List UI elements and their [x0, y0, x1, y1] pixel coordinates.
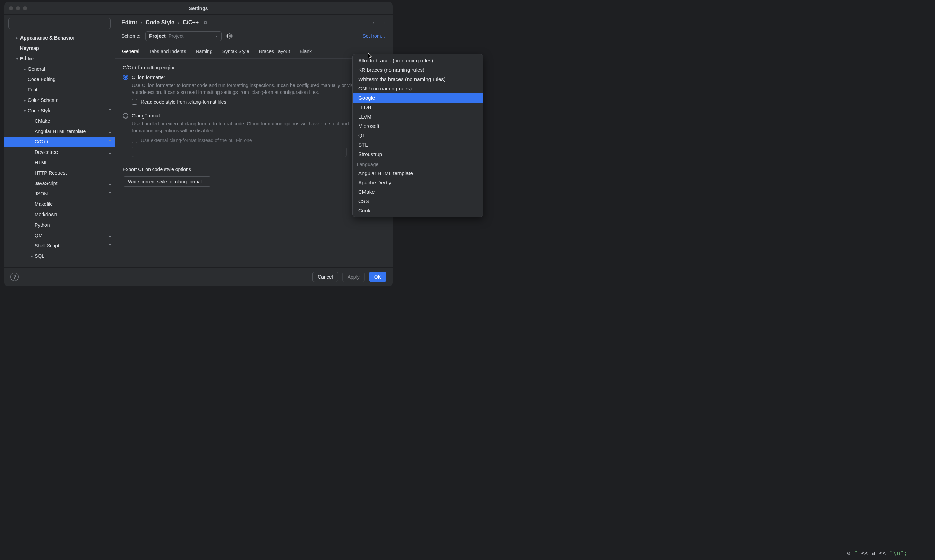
tree-item-markdown[interactable]: Markdown — [4, 209, 115, 220]
scheme-dropdown[interactable]: Project Project ▾ — [145, 31, 222, 41]
help-icon[interactable]: ? — [11, 273, 19, 281]
chevron-right-icon[interactable]: ▸ — [28, 254, 35, 258]
set-from-link[interactable]: Set from... — [363, 33, 386, 39]
settings-main: Editor › Code Style › C/C++ ⧉ ← → Scheme… — [115, 15, 393, 267]
tree-item-label: Font — [28, 87, 111, 92]
tree-item-code-editing[interactable]: Code Editing — [4, 74, 115, 85]
chevron-down-icon[interactable]: ▾ — [14, 57, 20, 61]
scheme-name: Project — [149, 33, 165, 39]
tree-item-keymap[interactable]: Keymap — [4, 43, 115, 53]
popup-item-css[interactable]: CSS — [353, 197, 483, 206]
tree-item-label: Color Scheme — [28, 97, 111, 103]
tree-item-general[interactable]: ▸General — [4, 64, 115, 74]
tree-item-http-request[interactable]: HTTP Request — [4, 168, 115, 178]
export-section-title: Export CLion code style options — [123, 167, 385, 172]
back-icon[interactable]: ← — [372, 20, 376, 25]
chevron-down-icon: ▾ — [216, 34, 218, 38]
svg-point-2 — [229, 35, 231, 37]
tree-item-label: Code Editing — [28, 77, 111, 82]
tree-item-shell-script[interactable]: Shell Script — [4, 240, 115, 251]
write-clang-format-button[interactable]: Write current style to .clang-format... — [123, 176, 211, 187]
popup-item-qt[interactable]: QT — [353, 131, 483, 140]
popup-item-angular-html-template[interactable]: Angular HTML template — [353, 168, 483, 178]
tree-item-label: Appearance & Behavior — [20, 35, 111, 40]
tree-item-editor[interactable]: ▾Editor — [4, 53, 115, 64]
clangformat-radio[interactable] — [123, 113, 128, 118]
tree-item-qml[interactable]: QML — [4, 230, 115, 240]
tree-item-label: Python — [35, 222, 106, 228]
read-clang-format-label: Read code style from .clang-format files — [141, 99, 227, 105]
tree-item-color-scheme[interactable]: ▸Color Scheme — [4, 95, 115, 105]
scheme-sub: Project — [168, 33, 184, 39]
clion-formatter-radio[interactable] — [123, 74, 128, 80]
tab-tabs-and-indents[interactable]: Tabs and Indents — [148, 46, 187, 58]
tree-item-font[interactable]: Font — [4, 85, 115, 95]
set-from-popup: Allman braces (no naming rules)KR braces… — [352, 54, 483, 217]
tree-item-label: Code Style — [28, 108, 106, 113]
tree-item-c-c-[interactable]: C/C++ — [4, 137, 115, 147]
tree-item-label: Makefile — [35, 202, 106, 207]
scheme-badge-icon — [108, 192, 111, 195]
tab-braces-layout[interactable]: Braces Layout — [258, 46, 291, 58]
tree-item-json[interactable]: JSON — [4, 189, 115, 199]
chevron-right-icon[interactable]: ▸ — [22, 98, 28, 102]
tree-item-code-style[interactable]: ▾Code Style — [4, 105, 115, 116]
clion-formatter-desc: Use CLion formatter to format code and r… — [132, 82, 354, 95]
popup-item-stroustrup[interactable]: Stroustrup — [353, 149, 483, 159]
tree-item-cmake[interactable]: CMake — [4, 116, 115, 126]
tree-item-label: Keymap — [20, 45, 111, 51]
chevron-right-icon[interactable]: ▸ — [22, 67, 28, 71]
breadcrumb-item[interactable]: Editor — [121, 19, 137, 26]
popup-item-google[interactable]: Google — [353, 93, 483, 103]
copy-icon[interactable]: ⧉ — [204, 20, 207, 25]
tree-item-javascript[interactable]: JavaScript — [4, 178, 115, 189]
popup-item-whitesmiths-braces-no-naming-rules-[interactable]: Whitesmiths braces (no naming rules) — [353, 74, 483, 84]
tree-item-html[interactable]: HTML — [4, 157, 115, 168]
chevron-right-icon: › — [178, 20, 179, 25]
popup-item-apache-derby[interactable]: Apache Derby — [353, 178, 483, 187]
tab-blank[interactable]: Blank — [299, 46, 312, 58]
scheme-badge-icon — [108, 244, 111, 247]
tree-item-label: SQL — [35, 253, 106, 259]
chevron-right-icon[interactable]: ▸ — [14, 36, 20, 40]
tree-item-makefile[interactable]: Makefile — [4, 199, 115, 209]
scheme-badge-icon — [108, 109, 111, 112]
breadcrumb-item[interactable]: Code Style — [146, 19, 174, 26]
settings-search-input[interactable] — [8, 18, 111, 29]
popup-item-cookie[interactable]: Cookie — [353, 206, 483, 215]
scheme-badge-icon — [108, 223, 111, 226]
popup-item-llvm[interactable]: LLVM — [353, 112, 483, 121]
popup-item-lldb[interactable]: LLDB — [353, 103, 483, 112]
tree-item-label: QML — [35, 232, 106, 238]
gear-icon[interactable] — [227, 33, 233, 39]
settings-tree: ▸Appearance & BehaviorKeymap▾Editor▸Gene… — [4, 32, 115, 267]
cancel-button[interactable]: Cancel — [312, 272, 338, 282]
scheme-badge-icon — [108, 213, 111, 216]
tree-item-label: JavaScript — [35, 180, 106, 186]
popup-item-kr-braces-no-naming-rules-[interactable]: KR braces (no naming rules) — [353, 65, 483, 74]
tab-naming[interactable]: Naming — [195, 46, 213, 58]
read-clang-format-checkbox[interactable] — [132, 99, 137, 105]
tree-item-appearance-behavior[interactable]: ▸Appearance & Behavior — [4, 32, 115, 43]
popup-item-allman-braces-no-naming-rules-[interactable]: Allman braces (no naming rules) — [353, 56, 483, 65]
code-style-tabs: GeneralTabs and IndentsNamingSyntax Styl… — [115, 46, 393, 58]
settings-sidebar: ▸Appearance & BehaviorKeymap▾Editor▸Gene… — [4, 15, 115, 267]
tab-general[interactable]: General — [121, 46, 140, 58]
popup-item-gnu-no-naming-rules-[interactable]: GNU (no naming rules) — [353, 84, 483, 93]
apply-button: Apply — [342, 272, 365, 282]
tree-item-angular-html-template[interactable]: Angular HTML template — [4, 126, 115, 137]
tree-item-sql[interactable]: ▸SQL — [4, 251, 115, 261]
ok-button[interactable]: OK — [369, 272, 386, 282]
tree-item-devicetree[interactable]: Devicetree — [4, 147, 115, 157]
scheme-badge-icon — [108, 161, 111, 164]
tab-syntax-style[interactable]: Syntax Style — [222, 46, 250, 58]
external-clang-path-input — [132, 146, 347, 157]
chevron-down-icon[interactable]: ▾ — [22, 109, 28, 112]
popup-item-cmake[interactable]: CMake — [353, 187, 483, 197]
scheme-badge-icon — [108, 172, 111, 174]
popup-item-stl[interactable]: STL — [353, 140, 483, 149]
tree-item-python[interactable]: Python — [4, 220, 115, 230]
scheme-badge-icon — [108, 130, 111, 133]
popup-item-microsoft[interactable]: Microsoft — [353, 121, 483, 131]
tree-item-label: Angular HTML template — [35, 129, 106, 134]
